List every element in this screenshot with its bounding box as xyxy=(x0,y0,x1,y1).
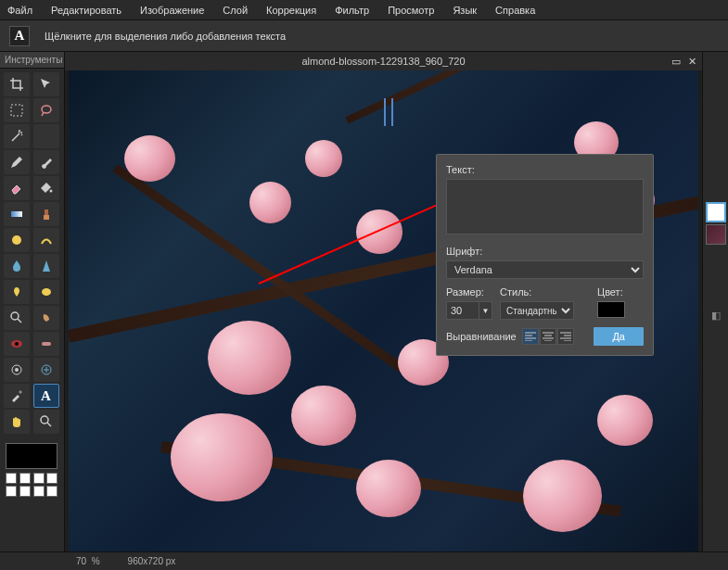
text-properties-dialog: Текст: Шрифт: Verdana Размер: ▼ xyxy=(436,154,654,356)
size-input[interactable] xyxy=(446,301,479,320)
text-insertion-cursor xyxy=(384,98,386,126)
spot-heal-tool[interactable] xyxy=(33,332,59,356)
tools-grid: A xyxy=(0,69,64,437)
svg-rect-5 xyxy=(45,209,48,215)
blur-tool[interactable] xyxy=(4,254,30,278)
statusbar: 70 % 960x720 px xyxy=(0,551,728,570)
style-field-label: Стиль: xyxy=(500,286,590,298)
svg-rect-4 xyxy=(44,215,49,220)
swatch-preset[interactable] xyxy=(19,473,31,484)
menu-file[interactable]: Файл xyxy=(7,5,32,16)
canvas-viewport[interactable]: Текст: Шрифт: Verdana Размер: ▼ xyxy=(69,70,698,551)
smudge-tool[interactable] xyxy=(4,280,30,304)
sponge-tool[interactable] xyxy=(33,280,59,304)
color-replace-tool[interactable] xyxy=(4,228,30,252)
wand-tool[interactable] xyxy=(4,124,30,148)
swatch-preset[interactable] xyxy=(46,486,57,497)
canvas-area: almond-blossom-1229138_960_720 ▭ ✕ xyxy=(65,52,702,551)
gradient-tool[interactable] xyxy=(4,202,30,226)
font-select[interactable]: Verdana xyxy=(446,260,644,279)
layer-thumbnail-text[interactable] xyxy=(706,202,726,222)
svg-rect-0 xyxy=(11,105,22,116)
image-dimensions: 960x720 px xyxy=(128,556,176,566)
svg-point-2 xyxy=(49,190,52,193)
size-dropdown-button[interactable]: ▼ xyxy=(479,301,492,320)
svg-rect-3 xyxy=(11,211,22,217)
ok-button[interactable]: Да xyxy=(594,327,644,346)
text-tool[interactable]: A xyxy=(33,384,59,408)
tool-hint: Щёлкните для выделения либо добавления т… xyxy=(45,31,286,42)
burn-tool[interactable] xyxy=(33,306,59,330)
menu-edit[interactable]: Редактировать xyxy=(51,5,121,16)
menu-filter[interactable]: Фильтр xyxy=(335,5,369,16)
hand-tool[interactable] xyxy=(4,410,30,434)
menu-lang[interactable]: Язык xyxy=(453,5,477,16)
align-left-button[interactable] xyxy=(522,328,539,345)
align-field-label: Выравнивание xyxy=(446,331,517,342)
align-center-button[interactable] xyxy=(540,328,556,345)
menu-image[interactable]: Изображение xyxy=(140,5,204,16)
swatch-preset[interactable] xyxy=(46,473,57,484)
bloat-tool[interactable] xyxy=(4,358,30,382)
main-area: Инструменты A xyxy=(0,52,728,551)
svg-point-10 xyxy=(15,342,19,346)
pinch-tool[interactable] xyxy=(33,358,59,382)
svg-rect-11 xyxy=(42,342,51,346)
swatch-preset[interactable] xyxy=(6,486,17,497)
document-title: almond-blossom-1229138_960_720 xyxy=(301,56,465,67)
svg-point-13 xyxy=(15,368,19,372)
canvas-titlebar: almond-blossom-1229138_960_720 ▭ ✕ xyxy=(65,52,702,70)
dodge-tool[interactable] xyxy=(4,306,30,330)
align-right-button[interactable] xyxy=(557,328,574,345)
color-swatches xyxy=(0,437,64,502)
eraser-tool[interactable] xyxy=(4,176,30,200)
bucket-tool[interactable] xyxy=(33,176,59,200)
color-field-label: Цвет: xyxy=(597,286,644,298)
tools-panel: Инструменты A xyxy=(0,52,65,551)
layer-thumbnail-image[interactable] xyxy=(706,224,726,245)
brush-tool[interactable] xyxy=(33,150,59,174)
color-picker[interactable] xyxy=(597,301,625,318)
lasso-tool[interactable] xyxy=(33,98,59,122)
sharpen-tool[interactable] xyxy=(33,254,59,278)
swatch-preset[interactable] xyxy=(19,486,31,497)
menu-layer[interactable]: Слой xyxy=(223,5,248,16)
tool-options-bar: A Щёлкните для выделения либо добавления… xyxy=(0,20,728,52)
zoom-value: 70 xyxy=(76,556,86,566)
text-field-label: Текст: xyxy=(446,164,644,175)
empty-tool-1 xyxy=(33,124,59,148)
pencil-tool[interactable] xyxy=(4,150,30,174)
maximize-icon[interactable]: ▭ xyxy=(671,56,681,68)
menubar: Файл Редактировать Изображение Слой Корр… xyxy=(0,0,728,20)
menu-adjust[interactable]: Коррекция xyxy=(266,5,316,16)
move-tool[interactable] xyxy=(33,72,59,96)
tools-panel-title: Инструменты xyxy=(0,52,64,69)
menu-view[interactable]: Просмотр xyxy=(388,5,434,16)
zoom-unit: % xyxy=(92,556,100,566)
svg-point-15 xyxy=(41,416,48,424)
swatch-preset[interactable] xyxy=(33,486,45,497)
svg-point-6 xyxy=(12,235,21,245)
style-select[interactable]: Стандартный xyxy=(500,301,574,320)
text-input[interactable] xyxy=(446,179,644,234)
active-tool-indicator: A xyxy=(9,26,30,46)
swatch-preset[interactable] xyxy=(33,473,45,484)
redeye-tool[interactable] xyxy=(4,332,30,356)
zoom-tool[interactable] xyxy=(33,410,59,434)
drawing-tool[interactable] xyxy=(33,228,59,252)
clone-tool[interactable] xyxy=(33,202,59,226)
font-field-label: Шрифт: xyxy=(446,246,644,257)
svg-point-8 xyxy=(11,312,19,320)
picker-tool[interactable] xyxy=(4,384,30,408)
marquee-tool[interactable] xyxy=(4,98,30,122)
right-panel: ◧ xyxy=(702,52,728,551)
close-icon[interactable]: ✕ xyxy=(688,56,696,68)
foreground-color[interactable] xyxy=(6,443,57,469)
menu-help[interactable]: Справка xyxy=(495,5,535,16)
text-tool-glyph: A xyxy=(15,28,25,44)
crop-tool[interactable] xyxy=(4,72,30,96)
size-field-label: Размер: xyxy=(446,286,492,298)
svg-point-7 xyxy=(42,288,51,296)
swatch-preset[interactable] xyxy=(6,473,17,484)
panel-toggle-icon[interactable]: ◧ xyxy=(706,306,726,324)
